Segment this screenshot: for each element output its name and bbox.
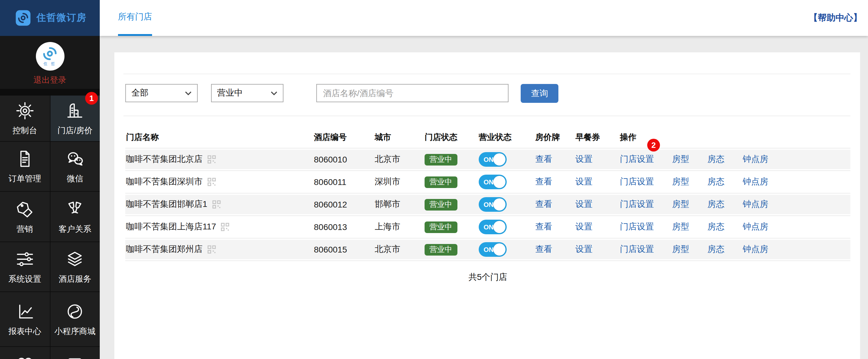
sidebar-item-system-settings[interactable]: 系统设置 [0, 242, 50, 292]
breakfast-cell: 设置 [576, 171, 592, 193]
sidebar-item-label: 报表中心 [8, 326, 41, 337]
stores-card: 全部 营业中 查询 门店名称 酒店编号 城市 门店状态 营业状态 房价牌 [114, 52, 860, 359]
sidebar-item-marketing[interactable]: 营销 [0, 192, 50, 242]
sidebar-item-miniprogram-mall[interactable]: 小程序商城 [50, 292, 100, 346]
breakfast-setup-link[interactable]: 设置 [576, 199, 592, 210]
sliders-icon [14, 249, 35, 270]
view-price-link[interactable]: 查看 [535, 244, 552, 255]
room-status-link[interactable]: 房态 [707, 176, 724, 187]
business-toggle[interactable]: ON [479, 242, 507, 257]
breakfast-cell: 设置 [576, 193, 592, 215]
search-input[interactable] [316, 84, 508, 102]
sidebar-item-label: 微信 [67, 173, 83, 184]
tab-all-stores[interactable]: 所有门店 [118, 0, 152, 36]
price-board-cell: 查看 [535, 216, 552, 238]
business-toggle[interactable]: ON [479, 220, 507, 234]
hourly-room-link[interactable]: 钟点房 [743, 154, 768, 165]
business-status-cell: ON [479, 193, 507, 215]
toggle-on-label: ON [484, 156, 494, 163]
sidebar-item-wechat[interactable]: 微信 [50, 142, 100, 191]
room-status-link[interactable]: 房态 [707, 221, 724, 233]
clipped-icon [14, 357, 35, 359]
query-button[interactable]: 查询 [521, 84, 558, 103]
view-price-link[interactable]: 查看 [535, 221, 552, 233]
avatar[interactable]: 住 哲 [36, 42, 64, 70]
breakfast-setup-link[interactable]: 设置 [576, 154, 592, 165]
sidebar-item-hotel-services[interactable]: 酒店服务 [50, 242, 100, 292]
store-group-select[interactable]: 全部 [125, 84, 198, 102]
store-status-cell: 营业中 [425, 148, 457, 170]
room-type-link[interactable]: 房型 [672, 154, 689, 165]
col-store-status: 门店状态 [425, 130, 457, 145]
qrcode-icon[interactable] [208, 155, 216, 164]
view-price-link[interactable]: 查看 [535, 154, 552, 165]
sidebar-item-label: 酒店服务 [59, 274, 92, 285]
price-board-cell: 查看 [535, 148, 552, 170]
qrcode-icon[interactable] [212, 200, 221, 209]
sidebar-menu: 控制台 1 门店/房价 订单管理 [0, 95, 100, 359]
business-toggle[interactable]: ON [479, 197, 507, 212]
sidebar-item-label: 订单管理 [8, 173, 41, 184]
sidebar-item-orders[interactable]: 订单管理 [0, 142, 50, 191]
hourly-room-link[interactable]: 钟点房 [743, 199, 768, 210]
room-type-link[interactable]: 房型 [672, 244, 689, 255]
business-status-cell: ON [479, 171, 507, 193]
city: 深圳市 [375, 171, 400, 193]
sidebar-item-clipped-right[interactable] [50, 347, 100, 359]
toggle-knob [493, 153, 505, 166]
qrcode-icon[interactable] [208, 178, 216, 186]
view-price-link[interactable]: 查看 [535, 199, 552, 210]
status-badge: 营业中 [425, 199, 457, 210]
room-type-link[interactable]: 房型 [672, 221, 689, 233]
table-row: 咖啡不苦集团上海店117 8060013 上海市 营业中 ON [125, 216, 850, 239]
sidebar-item-stores[interactable]: 1 门店/房价 [50, 95, 100, 141]
room-type-link[interactable]: 房型 [672, 176, 689, 187]
col-operations: 操作 [620, 130, 636, 145]
qrcode-icon[interactable] [208, 245, 216, 254]
breakfast-cell: 设置 [576, 148, 592, 170]
status-badge: 营业中 [425, 221, 457, 233]
store-settings-link[interactable]: 门店设置 [620, 244, 654, 255]
city: 北京市 [375, 148, 400, 170]
store-settings-link[interactable]: 门店设置 [620, 221, 654, 233]
brand-title: 住哲微订房 [36, 11, 87, 24]
qrcode-icon[interactable] [221, 223, 229, 231]
select-value: 营业中 [217, 88, 243, 98]
help-center-link[interactable]: 【帮助中心】 [809, 0, 862, 36]
hourly-room-link[interactable]: 钟点房 [743, 221, 768, 233]
hotel-code: 8060011 [314, 171, 346, 193]
room-type-link[interactable]: 房型 [672, 199, 689, 210]
hourly-room-link[interactable]: 钟点房 [743, 244, 768, 255]
sidebar-item-label: 小程序商城 [55, 326, 95, 337]
operations-cell: 门店设置房型房态钟点房 [620, 216, 768, 238]
room-status-link[interactable]: 房态 [707, 154, 724, 165]
store-settings-link[interactable]: 门店设置 [620, 154, 654, 165]
view-price-link[interactable]: 查看 [535, 176, 552, 187]
sidebar-item-console[interactable]: 控制台 [0, 95, 50, 141]
business-toggle[interactable]: ON [479, 152, 507, 167]
logout-button[interactable]: 退出登录 [33, 75, 66, 86]
city: 上海市 [375, 216, 400, 238]
breakfast-setup-link[interactable]: 设置 [576, 176, 592, 187]
breakfast-setup-link[interactable]: 设置 [576, 244, 592, 255]
hourly-room-link[interactable]: 钟点房 [743, 176, 768, 187]
business-status-select[interactable]: 营业中 [211, 84, 283, 102]
operations-cell: 门店设置房型房态钟点房 [620, 171, 768, 193]
room-status-link[interactable]: 房态 [707, 244, 724, 255]
chart-icon [14, 301, 35, 322]
business-toggle[interactable]: ON [479, 175, 507, 189]
store-settings-link[interactable]: 门店设置 [620, 176, 654, 187]
sidebar-item-clipped-left[interactable] [0, 347, 50, 359]
sidebar-item-reports[interactable]: 报表中心 [0, 292, 50, 346]
breakfast-cell: 设置 [576, 239, 592, 261]
col-price-board: 房价牌 [535, 130, 560, 145]
operations-cell: 门店设置房型房态钟点房 [620, 148, 768, 170]
hotel-code: 8060013 [314, 216, 347, 238]
hotel-code: 8060012 [314, 193, 347, 215]
breakfast-setup-link[interactable]: 设置 [576, 221, 592, 233]
col-city: 城市 [375, 130, 391, 145]
sidebar-item-crm[interactable]: 客户关系 [50, 192, 100, 242]
hotel-code: 8060010 [314, 148, 347, 170]
store-settings-link[interactable]: 门店设置 [620, 199, 654, 210]
room-status-link[interactable]: 房态 [707, 199, 724, 210]
